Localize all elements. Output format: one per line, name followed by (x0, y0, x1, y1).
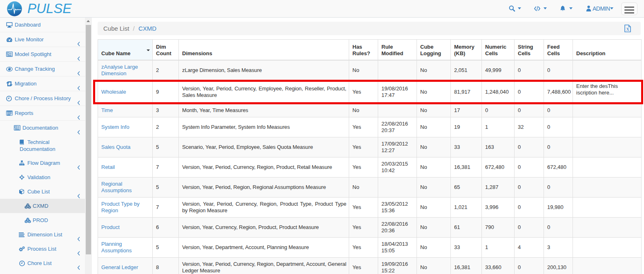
svg-text:X: X (626, 27, 629, 31)
